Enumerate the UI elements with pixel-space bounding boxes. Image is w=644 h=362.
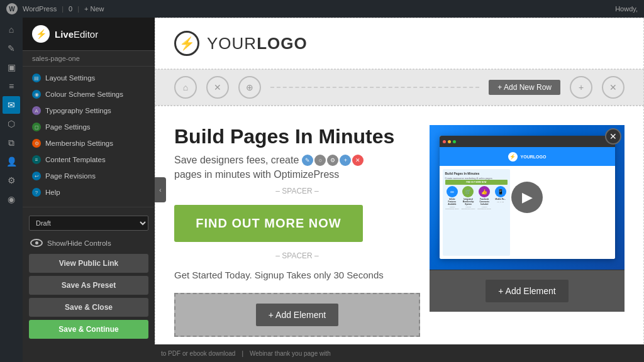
nav-icon-1: ⌂: [174, 76, 197, 99]
hero-subtitle-text1: Save designers fees, create: [174, 155, 299, 166]
sidebar-item-content-templates[interactable]: ≡ Content Templates: [23, 151, 155, 168]
sidebar-item-revisions[interactable]: ↩ Page Revisions: [23, 168, 155, 184]
bottom-text-1: to PDF or ebook download: [161, 350, 235, 357]
wp-admin-icon-tools[interactable]: ⚙: [3, 172, 20, 189]
live-editor-sidebar: ⚡ LiveEditor sales-page-one ▤ Layout Set…: [23, 18, 155, 362]
save-continue-button[interactable]: Save & Continue: [29, 320, 148, 339]
add-new-row-button[interactable]: + Add New Row: [489, 80, 560, 95]
hero-left-col: Build Pages In Minutes Save designers fe…: [174, 125, 420, 343]
sidebar-header: ⚡ LiveEditor: [23, 18, 155, 51]
wp-admin-icon-posts[interactable]: ✎: [3, 40, 20, 57]
preview-body: ⚡ YOURLOGO: [440, 147, 615, 166]
sidebar-menu: ▤ Layout Settings ◉ Colour Scheme Settin…: [23, 67, 155, 204]
draft-select[interactable]: Draft: [29, 216, 148, 231]
topbar-sep1: |: [62, 5, 64, 13]
edit-pencil-icon[interactable]: ✎: [302, 155, 313, 166]
sidebar-item-page-label: Page Settings: [45, 123, 91, 131]
preview-dot-red: [443, 140, 446, 143]
hero-subtitle-text2: pages in minutes with OptimizePress: [174, 169, 339, 180]
wp-admin-icon-users[interactable]: 👤: [3, 153, 20, 170]
sidebar-item-layout[interactable]: ▤ Layout Settings: [23, 70, 155, 86]
preview-feature-icon-2: 🛒: [462, 186, 474, 197]
sidebar-item-layout-label: Layout Settings: [45, 74, 95, 82]
preview-feature-icon-4: 📱: [495, 186, 506, 197]
sidebar-item-help[interactable]: ? Help: [23, 184, 155, 200]
preview-feature-icon-1: ∞: [447, 186, 458, 197]
right-add-element-button[interactable]: + Add Element: [486, 280, 568, 302]
sidebar-item-colour[interactable]: ◉ Colour Scheme Settings: [23, 86, 155, 102]
bottom-separator: |: [242, 350, 243, 357]
logo-text: YOURLOGO: [207, 34, 308, 53]
view-public-link-button[interactable]: View Public Link: [29, 254, 148, 273]
preview-feature-desc-3: Aliquam pellentesque ipsum: [477, 206, 492, 210]
hero-section: Build Pages In Minutes Save designers fe…: [155, 106, 644, 344]
logo-logo: LOGO: [257, 34, 308, 53]
cta-button[interactable]: FIND OUT MORE NOW: [174, 205, 363, 242]
edit-x-icon[interactable]: ✕: [352, 155, 364, 166]
edit-circle-icon[interactable]: ○: [314, 155, 326, 166]
preview-image: ⚡ YOURLOGO Build Pages In Minutes Create…: [430, 125, 625, 270]
close-button[interactable]: ✕: [605, 128, 621, 145]
preview-feature-desc-2: Aliquam pellentesque ipsum: [461, 206, 475, 210]
hero-title: Build Pages In Minutes: [174, 125, 420, 148]
wp-admin-icon-appearance[interactable]: ⬡: [3, 115, 20, 133]
inline-edit-icons: ✎ ○ ⚙ + ✕: [302, 155, 364, 166]
sidebar-buttons: View Public Link Save As Preset Save & C…: [23, 250, 155, 343]
typography-settings-icon: A: [32, 106, 41, 115]
wp-admin-icon-comments[interactable]: ✉: [3, 96, 20, 114]
topbar-sep2: |: [77, 5, 79, 13]
sidebar-item-membership-label: Membership Settings: [45, 140, 113, 147]
preview-feature-icon-3: 👍: [479, 186, 490, 197]
save-close-button[interactable]: Save & Close: [29, 298, 148, 317]
content-templates-icon: ≡: [32, 155, 41, 164]
wp-admin-sidebar: ⌂ ✎ ▣ ≡ ✉ ⬡ ⧉ 👤 ⚙ ◉: [0, 18, 23, 362]
signup-text: Get Started Today. Signup Takes only 30 …: [174, 263, 420, 287]
edit-gear-icon[interactable]: ⚙: [327, 155, 338, 166]
preview-left-col: Build Pages In Minutes Create awesome ma…: [443, 169, 511, 256]
preview-feature-col-2: 🛒 Integrated Membership System Aliquam p…: [461, 186, 475, 210]
wp-admin-icon-media[interactable]: ▣: [3, 58, 20, 76]
preview-feature-col-1: ∞ Infinite Features Available Aliquam pe…: [445, 186, 460, 210]
topbar-howdy: Howdy,: [615, 5, 638, 13]
right-panel-bottom: + Add Element: [430, 270, 625, 312]
nav-icon-x: ✕: [602, 76, 625, 99]
wp-topbar: W WordPress | 0 | + New Howdy,: [0, 0, 644, 18]
page-settings-icon: ◻: [32, 123, 41, 131]
bottom-text-2: Webinar thank you page with: [250, 350, 331, 357]
nav-icon-2: ✕: [206, 76, 229, 99]
sidebar-logo-text: LiveEditor: [55, 29, 98, 40]
spacer-1: – SPACER –: [174, 184, 420, 199]
preview-tagline: YOURLOGO: [521, 155, 547, 159]
topbar-updates[interactable]: 0: [69, 5, 72, 13]
sidebar-item-membership[interactable]: ⚙ Membership Settings: [23, 135, 155, 151]
sidebar-item-typography[interactable]: A Typography Settings: [23, 102, 155, 119]
save-as-preset-button[interactable]: Save As Preset: [29, 276, 148, 295]
preview-feature-label-2: Integrated Membership System: [461, 198, 475, 206]
preview-play-button[interactable]: ▶: [511, 182, 543, 213]
eye-icon: [30, 239, 43, 247]
editor-bottom-bar: to PDF or ebook download | Webinar thank…: [155, 344, 644, 362]
hero-subtitle2: pages in minutes with OptimizePress: [174, 169, 420, 180]
wp-site-name[interactable]: WordPress: [23, 5, 57, 13]
wp-admin-icon-dashboard[interactable]: ⌂: [3, 21, 20, 38]
edit-plus-icon[interactable]: +: [340, 155, 351, 166]
wp-admin-icon-settings[interactable]: ◉: [3, 190, 20, 208]
show-hide-controls-toggle[interactable]: Show/Hide Controls: [23, 236, 155, 250]
show-hide-label: Show/Hide Controls: [47, 239, 111, 247]
topbar-new[interactable]: + New: [84, 5, 104, 13]
membership-settings-icon: ⚙: [32, 139, 41, 148]
wp-admin-icon-plugins[interactable]: ⧉: [3, 134, 20, 151]
page-revisions-icon: ↩: [32, 172, 41, 180]
logo-bolt-icon: ⚡: [174, 31, 199, 56]
preview-cta-text: FIND OUT MORE NOW: [466, 181, 486, 184]
right-panel-content: ⚡ YOURLOGO Build Pages In Minutes Create…: [430, 125, 625, 270]
sidebar-toggle-arrow[interactable]: ‹: [155, 177, 166, 202]
main-content: ⚡ YOURLOGO ⌂ ✕ ⊕ + Add New Row + ✕ Build…: [155, 18, 644, 362]
add-element-button-main[interactable]: + Add Element: [256, 304, 338, 326]
wp-admin-icon-pages[interactable]: ≡: [3, 77, 20, 95]
nav-row: ⌂ ✕ ⊕ + Add New Row + ✕: [155, 69, 644, 106]
sidebar-item-page[interactable]: ◻ Page Settings: [23, 119, 155, 135]
preview-feature-col-3: 👍 Facebook Comments Included Aliquam pel…: [477, 186, 492, 210]
preview-feature-col-4: 📱 Mobile Re... nsl, or leg: [493, 186, 508, 210]
layout-settings-icon: ▤: [32, 74, 41, 82]
